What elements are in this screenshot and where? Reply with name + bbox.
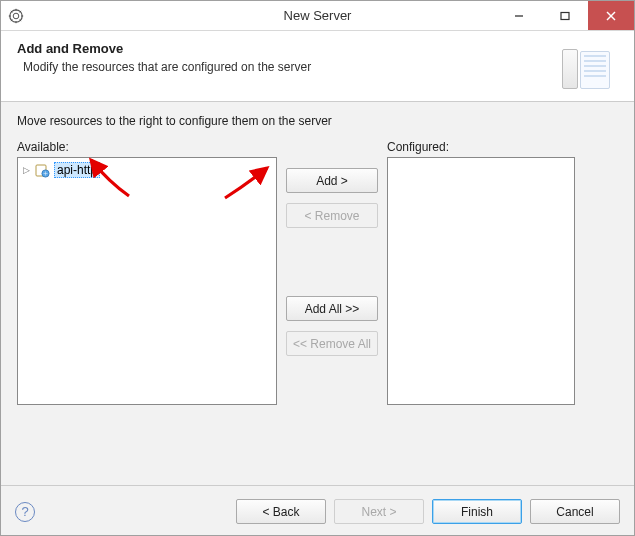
configured-listbox[interactable] [387, 157, 575, 405]
available-listbox[interactable]: ▷ api-http [17, 157, 277, 405]
remove-button: < Remove [286, 203, 378, 228]
configured-label: Configured: [387, 140, 575, 154]
transfer-buttons: Add > < Remove Add All >> << Remove All [277, 140, 387, 356]
available-item-label: api-http [54, 162, 100, 178]
wizard-banner: Add and Remove Modify the resources that… [1, 31, 634, 102]
expand-icon[interactable]: ▷ [23, 165, 31, 175]
svg-point-1 [13, 13, 19, 19]
back-button[interactable]: < Back [236, 499, 326, 524]
configured-column: Configured: [387, 140, 575, 405]
help-icon[interactable]: ? [15, 502, 35, 522]
banner-title: Add and Remove [17, 41, 562, 56]
svg-rect-11 [561, 12, 569, 19]
wizard-footer: ? < Back Next > Finish Cancel [1, 485, 634, 536]
window-title: New Server [284, 8, 352, 23]
available-column: Available: ▷ api-http [17, 140, 277, 405]
server-graphic-icon [562, 41, 618, 89]
app-icon [8, 8, 24, 24]
cancel-button[interactable]: Cancel [530, 499, 620, 524]
banner-description: Modify the resources that are configured… [23, 60, 562, 74]
available-item[interactable]: ▷ api-http [21, 161, 273, 179]
maximize-button[interactable] [542, 1, 588, 30]
remove-all-button: << Remove All [286, 331, 378, 356]
close-button[interactable] [588, 1, 634, 30]
content-area: Move resources to the right to configure… [1, 102, 634, 485]
module-icon [35, 163, 50, 178]
add-button[interactable]: Add > [286, 168, 378, 193]
instruction-text: Move resources to the right to configure… [17, 114, 618, 128]
minimize-button[interactable] [496, 1, 542, 30]
title-bar: New Server [1, 1, 634, 31]
finish-button[interactable]: Finish [432, 499, 522, 524]
available-label: Available: [17, 140, 277, 154]
add-all-button[interactable]: Add All >> [286, 296, 378, 321]
window-controls [496, 1, 634, 30]
next-button: Next > [334, 499, 424, 524]
